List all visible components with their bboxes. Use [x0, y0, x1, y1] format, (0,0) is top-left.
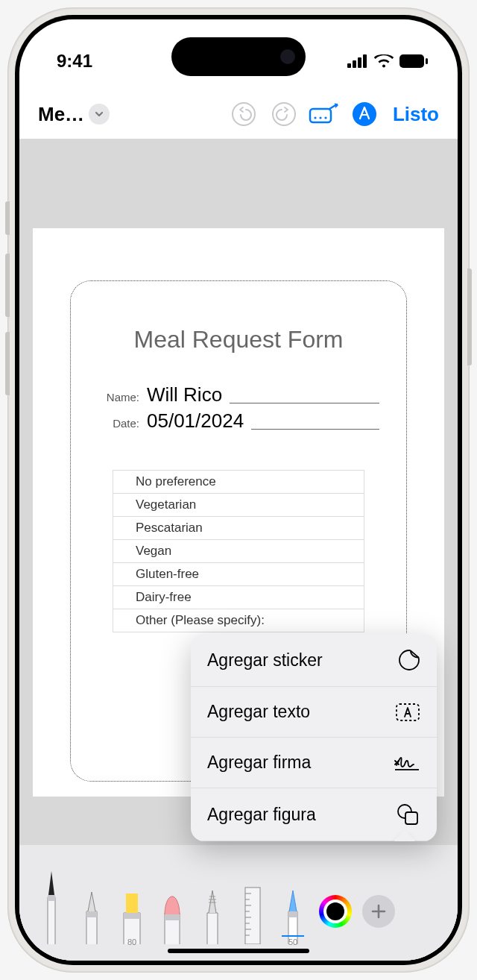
- svg-rect-1: [353, 60, 356, 68]
- color-picker-button[interactable]: [319, 895, 352, 928]
- svg-rect-5: [426, 58, 428, 64]
- svg-rect-19: [126, 893, 138, 913]
- svg-point-10: [319, 116, 321, 119]
- markup-toolbar: 80 50: [19, 845, 458, 961]
- option-row: Vegan: [113, 540, 364, 563]
- redo-button[interactable]: [268, 98, 300, 131]
- svg-rect-4: [399, 54, 424, 68]
- marker-tool[interactable]: [73, 880, 110, 944]
- svg-point-9: [314, 116, 316, 119]
- name-label: Name:: [98, 391, 139, 403]
- svg-rect-16: [405, 812, 417, 824]
- svg-rect-18: [86, 911, 97, 917]
- battery-icon: [399, 54, 428, 68]
- redo-icon: [271, 101, 297, 127]
- signature-icon: [394, 753, 420, 773]
- pencil-size-label: 50: [288, 937, 297, 946]
- options-table: No preference Vegetarian Pescatarian Veg…: [113, 470, 364, 632]
- eraser-tool[interactable]: [154, 880, 191, 944]
- menu-item-label: Agregar firma: [207, 753, 311, 773]
- svg-point-11: [324, 116, 326, 119]
- document-title-text: Me…: [38, 103, 84, 126]
- option-row: Other (Please specify):: [113, 609, 364, 632]
- cellular-icon: [347, 54, 368, 68]
- undo-icon: [231, 101, 256, 127]
- current-color-swatch: [326, 902, 344, 920]
- autofill-icon: [309, 103, 340, 125]
- option-row: No preference: [113, 471, 364, 494]
- name-value: Will Rico: [147, 383, 222, 406]
- sticker-icon: [398, 649, 420, 671]
- dynamic-island: [171, 37, 306, 76]
- svg-rect-8: [310, 109, 331, 122]
- add-text-item[interactable]: Agregar texto: [191, 687, 437, 738]
- svg-rect-17: [48, 895, 55, 901]
- form-title: Meal Request Form: [98, 326, 379, 354]
- highlighter-size-label: 80: [127, 937, 136, 946]
- option-row: Dairy-free: [113, 586, 364, 609]
- svg-rect-2: [358, 57, 361, 68]
- home-indicator[interactable]: [168, 949, 309, 953]
- chevron-down-icon: [89, 104, 110, 125]
- add-button[interactable]: [362, 895, 395, 928]
- option-row: Pescatarian: [113, 517, 364, 540]
- ruler-tool[interactable]: [234, 880, 271, 944]
- option-row: Gluten-free: [113, 563, 364, 586]
- undo-button[interactable]: [227, 98, 260, 131]
- status-time: 9:41: [57, 51, 92, 72]
- date-value: 05/01/2024: [147, 409, 244, 433]
- shape-icon: [397, 803, 420, 826]
- lasso-tool[interactable]: [194, 880, 231, 944]
- svg-rect-3: [363, 54, 367, 68]
- pen-tool[interactable]: [33, 862, 70, 944]
- wifi-icon: [374, 54, 394, 68]
- markup-icon: [352, 101, 377, 127]
- highlighter-tool[interactable]: 80: [113, 880, 151, 944]
- nav-bar: Me… Listo: [19, 90, 458, 138]
- menu-item-label: Agregar figura: [207, 805, 316, 825]
- svg-rect-20: [124, 913, 140, 919]
- svg-rect-0: [347, 63, 351, 68]
- menu-item-label: Agregar texto: [207, 702, 310, 722]
- svg-rect-13: [397, 704, 419, 720]
- add-menu-popup: Agregar sticker Agregar texto Agregar fi…: [191, 634, 437, 841]
- option-row: Vegetarian: [113, 494, 364, 517]
- text-box-icon: [395, 703, 420, 722]
- svg-rect-34: [288, 911, 297, 917]
- pencil-tool[interactable]: 50: [274, 880, 312, 944]
- done-button[interactable]: Listo: [388, 103, 439, 126]
- menu-item-label: Agregar sticker: [207, 650, 323, 670]
- markup-toggle-button[interactable]: [348, 98, 381, 131]
- document-title-dropdown[interactable]: Me…: [38, 103, 110, 126]
- add-sticker-item[interactable]: Agregar sticker: [191, 634, 437, 687]
- svg-rect-21: [165, 914, 180, 920]
- date-label: Date:: [98, 417, 139, 430]
- add-shape-item[interactable]: Agregar figura: [191, 788, 437, 841]
- add-signature-item[interactable]: Agregar firma: [191, 738, 437, 788]
- plus-icon: [370, 903, 387, 920]
- autofill-button[interactable]: [308, 98, 341, 131]
- svg-rect-25: [245, 888, 260, 944]
